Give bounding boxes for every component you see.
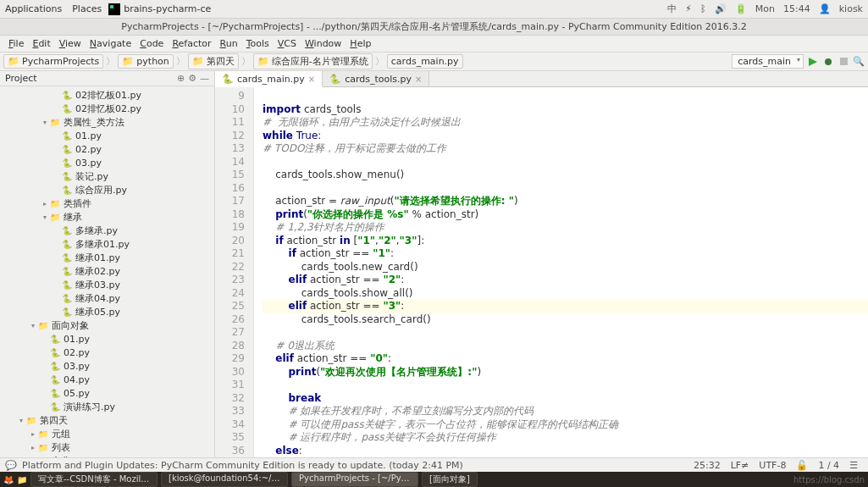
code-line[interactable] — [263, 156, 868, 169]
menu-view[interactable]: View — [56, 36, 85, 51]
run-button[interactable] — [807, 56, 819, 68]
code-line[interactable]: print("欢迎再次使用【名片管理系统】:") — [263, 366, 868, 379]
search-everywhere-icon[interactable]: 🔍 — [853, 56, 865, 68]
user-label[interactable]: kiosk — [839, 3, 863, 14]
project-tree[interactable]: 02排忆板01.py02排忆板02.py▾类属性_类方法01.py02.py03… — [0, 86, 214, 457]
code-line[interactable]: elif action_str == "3": — [263, 300, 868, 313]
hide-tool-icon[interactable]: — — [200, 73, 209, 84]
menu-edit[interactable]: Edit — [29, 36, 53, 51]
breadcrumb-item[interactable]: cards_main.py — [387, 54, 463, 69]
tree-file[interactable]: 继承04.py — [0, 291, 214, 305]
system-menu-applications[interactable]: Applications — [5, 3, 62, 14]
debug-button[interactable] — [822, 56, 834, 68]
tree-file[interactable]: 05.py — [0, 386, 214, 400]
code-line[interactable]: # 无限循环，由用户主动决定什么时候退出 — [263, 116, 868, 130]
tree-folder[interactable]: ▸列表 — [0, 440, 214, 454]
editor-content[interactable]: import cards_tools# 无限循环，由用户主动决定什么时候退出wh… — [254, 87, 868, 457]
tree-folder[interactable]: ▾面向对象 — [0, 318, 214, 332]
status-lock-icon[interactable]: 🔓 — [791, 460, 813, 471]
status-encoding[interactable]: UTF-8 — [754, 460, 791, 471]
menu-tools[interactable]: Tools — [243, 36, 273, 51]
tree-file[interactable]: 03.py — [0, 156, 214, 169]
code-line[interactable]: if action_str == "1": — [263, 247, 868, 261]
tree-folder[interactable]: ▾继承 — [0, 210, 214, 224]
tree-folder[interactable]: ▾类属性_类方法 — [0, 115, 214, 129]
code-line[interactable]: elif action_str == "0": — [263, 352, 868, 366]
code-line[interactable]: else: — [263, 445, 868, 458]
tree-folder[interactable]: ▸字典 — [0, 454, 214, 457]
close-tab-icon[interactable]: × — [415, 75, 422, 84]
code-line[interactable] — [263, 326, 868, 340]
tree-file[interactable]: 03.py — [0, 359, 214, 373]
taskbar-launch-firefox[interactable]: 🦊 — [3, 475, 14, 484]
tree-folder[interactable]: ▾第四天 — [0, 413, 214, 427]
code-line[interactable]: # 如果在开发程序时，不希望立刻编写分支内部的代码 — [263, 405, 868, 418]
breadcrumb-item[interactable]: 📁PycharmProjects — [3, 54, 103, 69]
code-line[interactable]: action_str = raw_input("请选择希望执行的操作: ") — [263, 195, 868, 208]
taskbar-window-button[interactable]: [面向对象] — [422, 472, 478, 487]
tree-file[interactable]: 继承05.py — [0, 305, 214, 318]
code-line[interactable] — [263, 379, 868, 392]
status-notification-icon[interactable]: 💬 — [5, 460, 17, 471]
tree-file[interactable]: 02.py — [0, 346, 214, 359]
breadcrumb-item[interactable]: 📁综合应用-名片管理系统 — [253, 53, 373, 69]
code-line[interactable]: print("你选择的操作是 %s" % action_str) — [263, 208, 868, 222]
tree-file[interactable]: 01.py — [0, 332, 214, 346]
editor-tab[interactable]: 🐍cards_main.py× — [215, 71, 323, 87]
tree-file[interactable]: 01.py — [0, 129, 214, 142]
breadcrumb-item[interactable]: 📁python — [118, 54, 173, 69]
status-ide-icon[interactable]: ☰ — [844, 460, 863, 471]
project-scope-icon[interactable]: ⊕ — [177, 73, 185, 84]
run-config-selector[interactable]: cards_main — [732, 54, 804, 69]
menu-file[interactable]: File — [5, 36, 27, 51]
tree-file[interactable]: 多继承.py — [0, 224, 214, 237]
tree-file[interactable]: 02排忆板02.py — [0, 102, 214, 115]
tree-folder[interactable]: ▸类插件 — [0, 196, 214, 210]
taskbar-app-pycharm[interactable]: brains-pycharm-ce — [108, 3, 211, 15]
code-line[interactable]: # 0退出系统 — [263, 340, 868, 353]
tree-file[interactable]: 02排忆板01.py — [0, 88, 214, 102]
menu-run[interactable]: Run — [217, 36, 241, 51]
code-line[interactable]: while True: — [263, 130, 868, 143]
tree-file[interactable]: 继承02.py — [0, 264, 214, 278]
code-line[interactable] — [263, 182, 868, 196]
tree-file[interactable]: 04.py — [0, 373, 214, 386]
taskbar-window-button[interactable]: 写文章--CSDN博客 - Mozilla Firef... — [30, 472, 158, 487]
code-line[interactable]: # 1,2,3针对名片的操作 — [263, 221, 868, 235]
tree-file[interactable]: 继承03.py — [0, 278, 214, 291]
status-caret-position[interactable]: 25:32 — [688, 460, 726, 471]
code-line[interactable]: cards_tools.new_card() — [263, 261, 868, 274]
tree-file[interactable]: 多继承01.py — [0, 237, 214, 251]
code-line[interactable]: cards_tools.show_menu() — [263, 169, 868, 182]
taskbar-launch-files[interactable]: 📁 — [17, 475, 27, 484]
menu-code[interactable]: Code — [136, 36, 167, 51]
tree-file[interactable]: 综合应用.py — [0, 183, 214, 196]
tree-file[interactable]: 02.py — [0, 142, 214, 156]
status-message[interactable]: Platform and Plugin Updates: PyCharm Com… — [17, 460, 468, 471]
system-menu-places[interactable]: Places — [72, 3, 102, 14]
tree-file[interactable]: 演讲练习.py — [0, 400, 214, 413]
code-line[interactable]: import cards_tools — [263, 103, 868, 117]
breadcrumb-item[interactable]: 📁第四天 — [188, 53, 239, 69]
code-line[interactable]: # 运行程序时，pass关键字不会执行任何操作 — [263, 431, 868, 445]
tree-file[interactable]: 装记.py — [0, 169, 214, 183]
code-line[interactable]: break — [263, 392, 868, 406]
project-settings-icon[interactable]: ⚙ — [188, 73, 196, 84]
code-line[interactable]: elif action_str == "2": — [263, 274, 868, 287]
code-line[interactable] — [263, 90, 868, 103]
code-line[interactable]: if action_str in ["1","2","3"]: — [263, 235, 868, 248]
menu-refactor[interactable]: Refactor — [169, 36, 214, 51]
code-line[interactable]: cards_tools.show_all() — [263, 287, 868, 301]
menu-help[interactable]: Help — [346, 36, 374, 51]
tree-folder[interactable]: ▸元组 — [0, 427, 214, 440]
menu-navigate[interactable]: Navigate — [86, 36, 135, 51]
close-tab-icon[interactable]: × — [308, 75, 315, 84]
code-line[interactable]: # 可以使用pass关键字，表示一个占位符，能够保证程序的代码结构正确 — [263, 418, 868, 432]
taskbar-window-button[interactable]: [kiosk@foundation54:~/python... — [161, 472, 288, 487]
stop-button[interactable] — [838, 56, 849, 68]
code-line[interactable]: # TODO注释，用于标记需要去做的工作 — [263, 142, 868, 156]
menu-window[interactable]: Window — [301, 36, 345, 51]
tree-file[interactable]: 继承01.py — [0, 251, 214, 264]
menu-vcs[interactable]: VCS — [274, 36, 300, 51]
code-line[interactable]: cards_tools.search_card() — [263, 313, 868, 327]
